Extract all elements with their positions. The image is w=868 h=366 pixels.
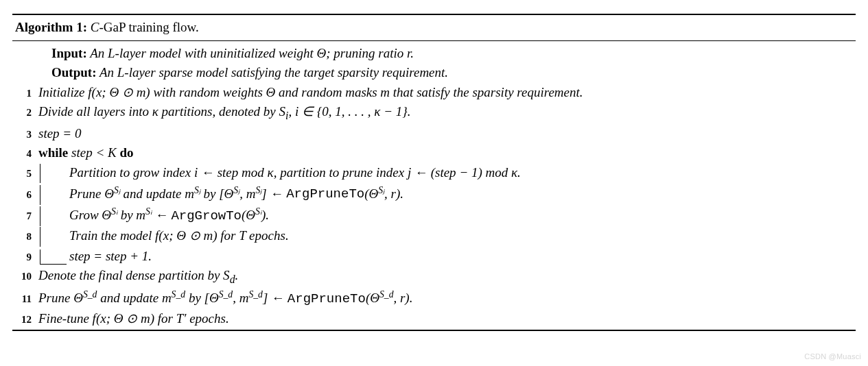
line-9: 9 step = step + 1. — [12, 247, 856, 267]
lineno-4: 4 — [12, 146, 38, 162]
input-text: An L-layer model with uninitialized weig… — [87, 46, 414, 60]
line-4: 4 while step < K do — [12, 143, 856, 163]
lineno-6: 6 — [12, 187, 38, 203]
algorithm-box: Algorithm 1: C-GaP training flow. Input:… — [12, 14, 856, 331]
lineno-5: 5 — [12, 166, 38, 182]
input-line: Input: An L-layer model with uninitializ… — [12, 44, 856, 64]
lineno-7: 7 — [12, 208, 38, 224]
line-5: 5 Partition to grow index i ← step mod κ… — [12, 163, 856, 184]
line-11: 11 Prune ΘS_d and update mS_d by [ΘS_d, … — [12, 288, 856, 309]
line-1: 1 Initialize f(x; Θ ⊙ m) with random wei… — [12, 83, 856, 103]
fn-arggrowto: ArgGrowTo — [171, 208, 242, 223]
loop-bar — [40, 164, 67, 184]
line-7: 7 Grow ΘSᵢ by mSᵢ ← ArgGrowTo(ΘSᵢ). — [12, 205, 856, 226]
line-2: 2 Divide all layers into κ partitions, d… — [12, 102, 856, 124]
loop-bar — [40, 185, 67, 205]
lineno-9: 9 — [12, 249, 38, 265]
algorithm-name-post: -GaP training flow. — [99, 20, 198, 34]
lineno-8: 8 — [12, 229, 38, 245]
line-6: 6 Prune ΘSⱼ and update mSⱼ by [ΘSⱼ, mSⱼ]… — [12, 183, 856, 204]
loop-bar — [40, 206, 67, 226]
line-12-text: Fine-tune f(x; Θ ⊙ m) for T′ epochs. — [38, 309, 856, 329]
fn-argpruneto: ArgPruneTo — [286, 187, 364, 202]
algorithm-body: Input: An L-layer model with uninitializ… — [12, 41, 856, 330]
line-10: 10 Denote the final dense partition by S… — [12, 266, 856, 288]
input-label: Input: — [51, 46, 87, 60]
line-3: 3 step = 0 — [12, 124, 856, 144]
output-line: Output: An L-layer sparse model satisfyi… — [12, 63, 856, 83]
output-text: An L-layer sparse model satisfying the t… — [96, 65, 448, 80]
lineno-3: 3 — [12, 127, 38, 143]
while-keyword: while — [38, 145, 68, 160]
loop-bar — [40, 227, 67, 247]
line-12: 12 Fine-tune f(x; Θ ⊙ m) for T′ epochs. — [12, 309, 856, 329]
lineno-10: 10 — [12, 269, 38, 284]
lineno-1: 1 — [12, 86, 38, 101]
loop-bar-end — [40, 249, 67, 265]
fn-argpruneto-2: ArgPruneTo — [288, 291, 366, 306]
algorithm-title-row: Algorithm 1: C-GaP training flow. — [12, 15, 856, 41]
algorithm-number: Algorithm 1: — [15, 20, 87, 34]
lineno-11: 11 — [12, 291, 38, 307]
line-1-text: Initialize f(x; Θ ⊙ m) with random weigh… — [38, 83, 856, 103]
line-8: 8 Train the model f(x; Θ ⊙ m) for T epoc… — [12, 226, 856, 247]
do-keyword: do — [119, 145, 133, 160]
lineno-12: 12 — [12, 312, 38, 328]
algorithm-name-italic: C — [91, 20, 99, 34]
lineno-2: 2 — [12, 105, 38, 121]
output-label: Output: — [51, 65, 96, 80]
